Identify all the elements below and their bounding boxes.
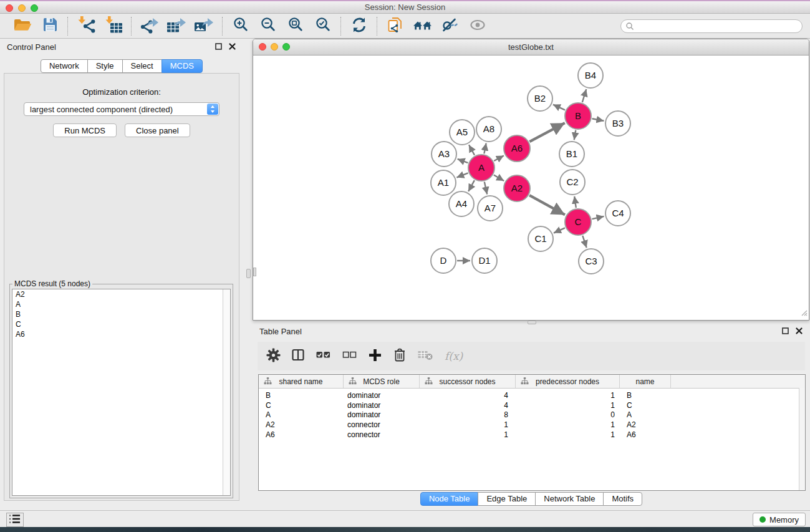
open-button[interactable]	[11, 16, 34, 36]
column-header-name[interactable]: name	[620, 375, 671, 388]
close-panel-button[interactable]: Close panel	[125, 123, 190, 137]
table-cell[interactable]: 4	[420, 401, 516, 410]
column-header-successor-nodes[interactable]: successor nodes	[420, 375, 516, 388]
result-item[interactable]: B	[12, 309, 230, 319]
graph-node-A4[interactable]: A4	[449, 191, 474, 216]
graph-node-C3[interactable]: C3	[579, 249, 604, 274]
graph-edge-A-A4[interactable]	[468, 180, 475, 191]
graph-edge-B-B1[interactable]	[574, 130, 576, 140]
table-row[interactable]: Cdominator41C	[259, 400, 805, 410]
network-zoom-button[interactable]	[282, 43, 290, 51]
home-button[interactable]	[412, 16, 434, 36]
result-scrollbar[interactable]	[223, 289, 230, 495]
table-tab-node-table[interactable]: Node Table	[420, 492, 479, 506]
table-cell[interactable]: 1	[516, 401, 620, 410]
table-cell[interactable]: C	[259, 401, 344, 410]
export-table-button[interactable]	[166, 16, 188, 36]
table-cell[interactable]: 1	[516, 420, 620, 429]
result-item[interactable]: A2	[12, 289, 230, 299]
table-panel-float-button[interactable]	[781, 327, 789, 336]
table-cell[interactable]: A	[620, 410, 671, 419]
table-cell[interactable]: A	[259, 410, 344, 419]
graph-node-A[interactable]: A	[468, 155, 494, 181]
graph-node-A5[interactable]: A5	[450, 120, 475, 145]
settings-button[interactable]	[266, 348, 281, 365]
table-cell[interactable]: 1	[516, 430, 620, 439]
export-network-button[interactable]	[138, 16, 161, 36]
graph-node-C[interactable]: C	[565, 209, 591, 235]
graph-node-C4[interactable]: C4	[605, 201, 630, 226]
table-scrollbar[interactable]	[799, 388, 805, 490]
graph-edge-B-B2[interactable]	[553, 105, 565, 110]
table-cell[interactable]: dominator	[344, 410, 420, 419]
refresh-button[interactable]	[348, 16, 370, 36]
graph-edge-A-A7[interactable]	[485, 182, 487, 195]
graph-node-B1[interactable]: B1	[559, 142, 584, 167]
table-row[interactable]: A2connector11A2	[259, 420, 805, 430]
zoom-window-button[interactable]	[31, 4, 38, 12]
table-row[interactable]: Bdominator41B	[259, 390, 805, 400]
graph-edge-C-C3[interactable]	[582, 236, 586, 248]
column-header-MCDS-role[interactable]: MCDS role	[344, 375, 420, 388]
tab-select[interactable]: Select	[122, 59, 162, 73]
table-cell[interactable]: connector	[344, 420, 420, 429]
table-cell[interactable]: 1	[516, 391, 620, 400]
save-button[interactable]	[39, 16, 61, 36]
graph-node-A8[interactable]: A8	[476, 117, 501, 142]
graph-node-B2[interactable]: B2	[528, 86, 552, 111]
graph-edge-A-A5[interactable]	[469, 145, 475, 155]
vertical-splitter-handle[interactable]	[246, 269, 251, 278]
table-cell[interactable]: B	[620, 391, 671, 400]
add-button[interactable]	[368, 348, 382, 365]
close-window-button[interactable]	[6, 4, 13, 12]
graph-edge-A2-C[interactable]	[529, 195, 565, 215]
zoom-in-button[interactable]	[229, 16, 252, 36]
result-item[interactable]: C	[12, 319, 230, 329]
hide-glasses-button[interactable]	[439, 16, 461, 36]
graph-node-D[interactable]: D	[431, 248, 456, 273]
table-cell[interactable]: A6	[259, 430, 344, 439]
graph-node-B3[interactable]: B3	[605, 111, 630, 136]
zoom-out-button[interactable]	[257, 16, 279, 36]
column-header-shared-name[interactable]: shared name	[259, 375, 344, 388]
zoom-fit-button[interactable]	[284, 16, 307, 36]
table-cell[interactable]: C	[620, 401, 671, 410]
graph-node-A3[interactable]: A3	[432, 142, 456, 167]
table-cell[interactable]: dominator	[344, 391, 420, 400]
control-panel-float-button[interactable]	[215, 43, 223, 51]
table-cell[interactable]: 0	[516, 410, 620, 419]
import-table-button[interactable]	[102, 16, 125, 36]
export-image-button[interactable]	[193, 16, 216, 36]
result-item[interactable]: A	[12, 299, 230, 309]
graph-node-D1[interactable]: D1	[472, 248, 497, 273]
table-tab-network-table[interactable]: Network Table	[535, 492, 604, 506]
table-row[interactable]: Adominator80A	[259, 410, 805, 420]
table-panel-close-button[interactable]	[795, 327, 803, 336]
zoom-selected-button[interactable]	[312, 16, 334, 36]
network-close-button[interactable]	[259, 43, 266, 51]
graph-node-B[interactable]: B	[565, 103, 591, 129]
minimize-window-button[interactable]	[18, 4, 26, 12]
graph-edge-C-C2[interactable]	[574, 196, 576, 208]
graph-edge-B-B4[interactable]	[582, 89, 586, 102]
import-network-button[interactable]	[75, 16, 97, 36]
graph-edge-A-A8[interactable]	[484, 143, 486, 154]
graph-edge-A-A2[interactable]	[494, 175, 504, 181]
table-row[interactable]: A6connector11A6	[259, 430, 805, 440]
graph-edge-B-B3[interactable]	[592, 118, 604, 121]
table-cell[interactable]: B	[259, 391, 344, 400]
graph-node-A1[interactable]: A1	[431, 170, 456, 195]
table-cell[interactable]: A2	[259, 420, 344, 429]
window-resize-grip[interactable]	[800, 307, 808, 319]
graph-edge-A6-B[interactable]	[529, 123, 565, 142]
table-cell[interactable]: 4	[420, 391, 516, 400]
graph-edge-A-A1[interactable]	[456, 173, 468, 177]
canvas-left-splitter-handle[interactable]	[253, 268, 256, 276]
graph-edge-A-A6[interactable]	[494, 156, 504, 162]
table-tab-motifs[interactable]: Motifs	[603, 492, 642, 506]
columns-button[interactable]	[291, 348, 305, 364]
table-cell[interactable]: 1	[420, 430, 516, 439]
graph-edge-A-A3[interactable]	[458, 159, 468, 163]
network-canvas[interactable]: B4B2BB3B1A5A8A6A3AA1A2C2A4A7C4CC1C3DD1	[253, 56, 809, 320]
graph-node-A7[interactable]: A7	[478, 196, 503, 221]
